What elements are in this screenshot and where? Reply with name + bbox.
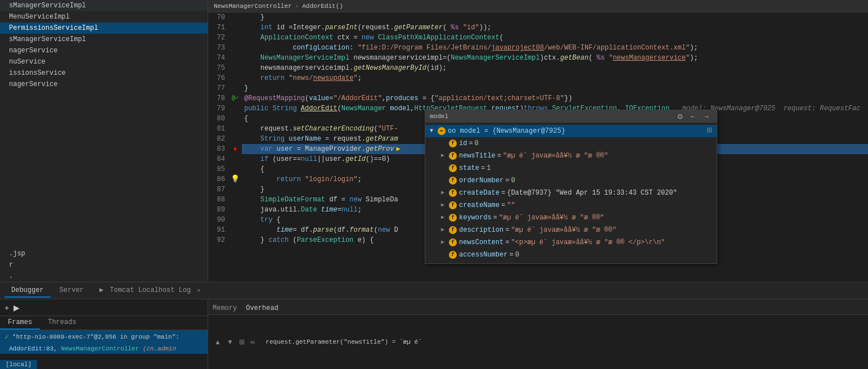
sidebar-item-smanagerserviceimpl2[interactable]: sManagerServiceImpl [0, 34, 208, 45]
breadcrumb: NewsManagerController › AddorEdit() [208, 0, 868, 12]
field-icon-root: ∞ [438, 127, 446, 135]
sidebar-item-jsp[interactable]: .jsp [0, 248, 208, 259]
field-eq-newstitle: = [497, 150, 501, 162]
code-line-72: ApplicationContext ctx = new ClassPathXm… [242, 33, 868, 43]
scroll-up-btn[interactable]: ▲ [213, 338, 223, 346]
sidebar-item-nagerservice[interactable]: nagerService [0, 45, 208, 56]
bulb-icon[interactable]: 💡 [231, 174, 240, 184]
tab-server[interactable]: Server [53, 284, 91, 298]
field-name-createname: createName [459, 199, 500, 212]
tab-tomcat-log[interactable]: ▶ Tomcat Localhost Log ✕ [93, 284, 208, 298]
debug-tree-root[interactable]: ▼ ∞ oo model = {NewsManager@7925} [425, 125, 717, 137]
tick-icon: ✓ [235, 93, 239, 104]
scroll-buttons: ▲ ▼ ⊞ ∞ [213, 338, 257, 346]
debug-row-newstitle[interactable]: ▶ f newsTitle = "æµ é¨ javaæ»åå¥½ æ "æ ®… [425, 150, 717, 162]
tab-overhead[interactable]: Overhead [246, 302, 278, 314]
thread-check-icon: ✓ [5, 332, 9, 341]
field-name-newstitle: newsTitle [459, 150, 496, 162]
field-value-ordernumber: 0 [511, 174, 515, 187]
debug-row-accessnumber[interactable]: f accessNumber = 0 [425, 249, 717, 261]
debug-row-description[interactable]: ▶ f description = "æµ é¨ javaæ»åå¥½ æ "æ… [425, 224, 717, 236]
frames-threads-tabs: Frames Threads [0, 316, 208, 330]
thread-item-main[interactable]: ✓ *http-nio-8089-exec-7"@2,956 in group … [0, 330, 208, 344]
sidebar-item-issionsservice[interactable]: issionsService [0, 68, 208, 79]
debug-row-id[interactable]: f id = 0 [425, 137, 717, 150]
infinity-btn[interactable]: ∞ [249, 338, 257, 346]
add-watch-btn[interactable]: + [5, 303, 9, 312]
debug-row-newscontent[interactable]: ▶ f newsContent = "<p>æµ é¨ javaæ»åå¥½ æ… [425, 236, 717, 249]
code-line-78: @RequestMapping(value="/AddorEdit",produ… [242, 93, 868, 104]
expand-newstitle[interactable]: ▶ [441, 150, 449, 162]
expand-keywords[interactable]: ▶ [441, 212, 449, 224]
tooltip-right-actions: ⊞ [707, 126, 712, 134]
tab-frames[interactable]: Frames [0, 316, 40, 330]
debug-nav-forward[interactable]: → [701, 112, 712, 121]
sidebar-item-smanagerserviceimpl[interactable]: sManagerServiceImpl [0, 0, 208, 11]
field-icon-id: f [449, 140, 457, 147]
field-icon-newscontent: f [449, 238, 457, 246]
code-line-74: NewsManagerServiceImpl newsmanagerservic… [242, 53, 868, 63]
code-line-71: int id =Integer.parseInt(request.getPara… [242, 22, 868, 33]
tab-memory[interactable]: Memory [213, 302, 237, 314]
field-name-id: id [459, 137, 467, 150]
copy-btn[interactable]: ⊞ [237, 338, 246, 346]
debug-tree: ▼ ∞ oo model = {NewsManager@7925} f id =… [425, 123, 717, 263]
sidebar-item-menuserviceimpl[interactable]: MenuServiceImpl [0, 11, 208, 22]
code-line-77: } [242, 83, 868, 93]
field-eq-createname: = [501, 199, 505, 212]
expand-createname[interactable]: ▶ [441, 199, 449, 212]
expand-newscontent[interactable]: ▶ [441, 236, 449, 249]
breakpoint-icon[interactable]: ● [233, 144, 237, 154]
code-line-76: return "news/newsupdate"; [242, 73, 868, 83]
editor-area: NewsManagerController › AddorEdit() 70 7… [208, 0, 868, 282]
field-name-keywords: keywords [459, 212, 492, 224]
debug-row-state[interactable]: f state = 1 [425, 162, 717, 174]
field-icon-createname: f [449, 201, 457, 209]
tab-debugger[interactable]: Debugger [5, 284, 51, 298]
debug-nav-back[interactable]: ← [687, 112, 699, 121]
sidebar-item-nuservice[interactable]: nuService [0, 56, 208, 68]
code-line-73: configLocation: "file:D:/Program Files/J… [242, 43, 868, 53]
expand-icon[interactable]: ▼ [430, 125, 438, 137]
sidebar-item-r[interactable]: r [0, 259, 208, 271]
bottom-status-text: request.getParameter("newsTitle") = ´æµ … [266, 339, 863, 345]
bottom-right-tabs: Memory Overhead [208, 299, 868, 315]
field-name-createdate: createDate [459, 187, 500, 199]
field-value-createname: "" [507, 199, 515, 212]
bottom-panel-content: + ▶ Frames Threads ✓ *http-nio-8089-exec… [0, 299, 868, 369]
scroll-down-btn[interactable]: ▼ [225, 338, 235, 346]
tooltip-copy-btn[interactable]: ⊞ [707, 126, 712, 134]
debug-row-keywords[interactable]: ▶ f keywords = "æµ é¨ javaæ»åå¥½ æ "æ ®®… [425, 212, 717, 224]
field-name-description: description [459, 224, 503, 236]
sidebar-item-dot[interactable]: . [0, 271, 208, 282]
resume-btn[interactable]: ▶ [14, 303, 20, 312]
sidebar-item-permissionsserviceimpl[interactable]: PermissionsServiceImpl [0, 22, 208, 34]
field-eq-state: = [481, 162, 485, 174]
expand-createdate[interactable]: ▶ [441, 187, 449, 199]
field-eq-createdate: = [501, 187, 505, 199]
tab-threads[interactable]: Threads [40, 316, 84, 330]
frame-item-addoredit[interactable]: AddorEdit:83, NewsManagerController (cn.… [0, 344, 208, 354]
bottom-left-panel: + ▶ Frames Threads ✓ *http-nio-8089-exec… [0, 299, 208, 369]
debug-row-createname[interactable]: ▶ f createName = "" [425, 199, 717, 212]
field-eq-id: = [469, 137, 473, 150]
code-line-70: } [242, 12, 868, 22]
bottom-panel-tabs: Debugger Server ▶ Tomcat Localhost Log ✕ [0, 282, 868, 299]
frame-class: NewsManagerController [61, 345, 139, 352]
tomcat-log-close[interactable]: ✕ [197, 287, 201, 294]
debug-row-createdate[interactable]: ▶ f createDate = {Date@7937} "Wed Apr 15… [425, 187, 717, 199]
debug-tooltip-header: model ⊙ ← → [425, 110, 717, 123]
debug-row-ordernumber[interactable]: f orderNumber = 0 [425, 174, 717, 187]
debug-nav-icon[interactable]: ⊙ [675, 112, 685, 121]
sidebar-item-nagerservice2[interactable]: nagerService [0, 79, 208, 90]
bottom-right-inner: ▲ ▼ ⊞ ∞ request.getParameter("newsTitle"… [213, 338, 863, 346]
field-icon-description: f [449, 226, 457, 234]
frame-sep: , [53, 345, 61, 352]
field-value-keywords: "æµ é¨ javaæ»åå¥½ æ "æ ®®" [499, 212, 604, 224]
breadcrumb-method: AddorEdit() [302, 3, 343, 10]
field-name-accessnumber: accessNumber [459, 249, 507, 261]
code-line-75: newsmanagerserviceimpl.getNewsManagerByI… [242, 63, 868, 73]
expand-description[interactable]: ▶ [441, 224, 449, 236]
breadcrumb-separator: › [295, 3, 299, 10]
field-name-state: state [459, 162, 479, 174]
